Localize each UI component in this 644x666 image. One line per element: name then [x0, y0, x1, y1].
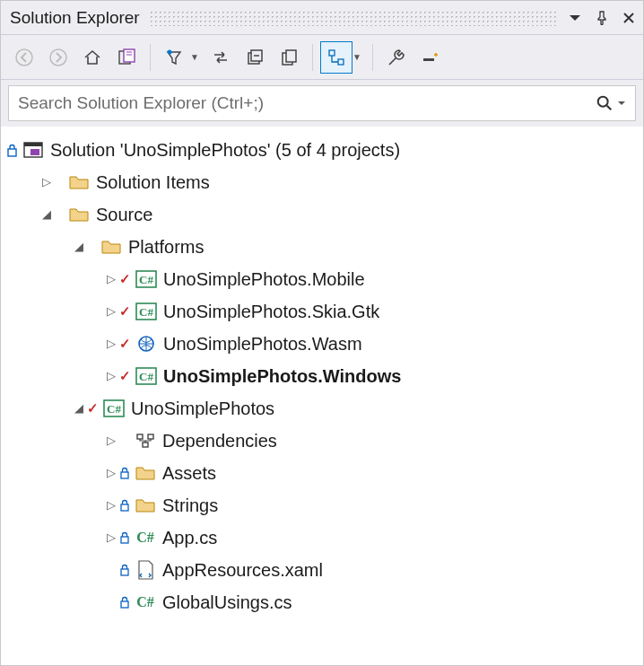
- search-input[interactable]: [18, 93, 596, 113]
- show-all-files-button[interactable]: [273, 41, 305, 74]
- toolbar: ▼ ▼: [1, 35, 643, 80]
- tree-node-assets[interactable]: ▷ Assets: [6, 457, 640, 489]
- csharp-project-icon: C#: [102, 399, 126, 418]
- toolbar-separator: [150, 44, 151, 71]
- tree-node-platforms[interactable]: ◢ Platforms: [6, 231, 640, 263]
- checkmark-icon: ✓: [87, 395, 99, 422]
- solution-label: Solution 'UnoSimplePhotos' (5 of 4 proje…: [50, 132, 400, 168]
- preview-button[interactable]: [414, 41, 447, 74]
- expander-collapsed-icon[interactable]: ▷: [103, 364, 119, 388]
- svg-point-4: [168, 49, 172, 54]
- tree-node-mobile[interactable]: ▷ ✓ C# UnoSimplePhotos.Mobile: [6, 263, 640, 295]
- home-button[interactable]: [76, 41, 109, 74]
- expander-expanded-icon[interactable]: ◢: [71, 235, 87, 259]
- tree-node-windows[interactable]: ▷ ✓ C# UnoSimplePhotos.Windows: [6, 360, 640, 392]
- svg-rect-31: [121, 537, 128, 543]
- tree-node-source[interactable]: ◢ Source: [6, 198, 640, 231]
- expander-expanded-icon[interactable]: ◢: [39, 203, 55, 226]
- filter-dropdown[interactable]: ▼: [190, 52, 199, 62]
- node-label: Solution Items: [96, 164, 210, 200]
- collapse-all-button[interactable]: [239, 41, 271, 74]
- tree-node-skia[interactable]: ▷ ✓ C# UnoSimplePhotos.Skia.Gtk: [6, 295, 640, 328]
- svg-rect-32: [121, 569, 128, 575]
- tree-node-appresources[interactable]: AppResources.xaml: [6, 554, 640, 586]
- svg-point-1: [50, 49, 66, 66]
- checkmark-icon: ✓: [119, 266, 131, 293]
- node-label: UnoSimplePhotos.Mobile: [163, 261, 365, 297]
- svg-text:C#: C#: [107, 402, 121, 416]
- solution-icon: [22, 140, 45, 160]
- dependencies-icon: [134, 431, 157, 451]
- web-project-icon: [135, 334, 158, 354]
- folder-icon: [134, 495, 157, 515]
- lock-icon: [119, 564, 130, 576]
- tree-node-appcs[interactable]: ▷ C# App.cs: [6, 521, 640, 554]
- tree-node-strings[interactable]: ▷ Strings: [6, 489, 640, 521]
- filter-button[interactable]: [158, 41, 190, 74]
- search-box[interactable]: [8, 85, 636, 121]
- window-buttons: [566, 9, 638, 27]
- node-label: Platforms: [128, 229, 204, 265]
- track-dropdown[interactable]: ▼: [352, 52, 361, 62]
- lock-icon: [119, 467, 130, 479]
- svg-rect-13: [8, 149, 16, 156]
- csharp-project-icon: C#: [135, 269, 158, 289]
- track-active-button[interactable]: [320, 41, 352, 74]
- xaml-file-icon: [134, 560, 157, 580]
- csharp-project-icon: C#: [135, 366, 158, 386]
- csharp-file-icon: C#: [134, 528, 157, 548]
- search-icon[interactable]: [596, 94, 626, 112]
- node-label: Dependencies: [162, 423, 277, 459]
- checkmark-icon: ✓: [119, 363, 131, 390]
- expander-collapsed-icon[interactable]: ▷: [103, 526, 119, 549]
- expander-collapsed-icon[interactable]: ▷: [103, 332, 119, 355]
- pin-icon[interactable]: [593, 9, 611, 27]
- node-label: GlobalUsings.cs: [162, 584, 292, 620]
- expander-expanded-icon[interactable]: ◢: [71, 397, 87, 420]
- solution-node[interactable]: Solution 'UnoSimplePhotos' (5 of 4 proje…: [6, 134, 640, 166]
- tree-node-mainproject[interactable]: ◢ ✓ C# UnoSimplePhotos: [6, 392, 640, 425]
- titlebar-grip[interactable]: [149, 10, 557, 26]
- nav-forward-button[interactable]: [42, 41, 74, 74]
- checkmark-icon: ✓: [119, 298, 131, 325]
- sync-button[interactable]: [205, 41, 237, 74]
- node-label: AppResources.xaml: [162, 552, 323, 588]
- svg-rect-30: [121, 504, 128, 511]
- solution-tree[interactable]: Solution 'UnoSimplePhotos' (5 of 4 proje…: [1, 127, 643, 626]
- tree-node-dependencies[interactable]: ▷ Dependencies: [6, 425, 640, 457]
- svg-rect-26: [137, 434, 143, 439]
- expander-collapsed-icon[interactable]: ▷: [103, 267, 119, 291]
- switch-views-button[interactable]: [110, 41, 143, 74]
- node-label: UnoSimplePhotos.Windows: [163, 358, 401, 394]
- close-icon[interactable]: [620, 9, 638, 27]
- tree-node-wasm[interactable]: ▷ ✓ UnoSimplePhotos.Wasm: [6, 328, 640, 360]
- svg-text:C#: C#: [139, 273, 153, 286]
- node-label: Source: [96, 197, 152, 232]
- expander-collapsed-icon[interactable]: ▷: [103, 461, 119, 485]
- expander-collapsed-icon[interactable]: ▷: [103, 300, 119, 323]
- tree-node-globalusings[interactable]: C# GlobalUsings.cs: [6, 586, 640, 618]
- svg-rect-3: [124, 49, 135, 62]
- properties-button[interactable]: [380, 41, 413, 74]
- lock-icon: [119, 499, 130, 512]
- csharp-file-icon: C#: [134, 592, 157, 612]
- svg-rect-16: [30, 149, 39, 155]
- svg-rect-15: [24, 143, 42, 146]
- node-label: Strings: [162, 487, 218, 523]
- nav-back-button[interactable]: [8, 41, 40, 74]
- panel-title: Solution Explorer: [10, 8, 140, 28]
- folder-icon: [67, 172, 91, 192]
- svg-rect-10: [338, 59, 344, 65]
- svg-rect-33: [121, 601, 128, 608]
- lock-icon: [119, 531, 130, 544]
- node-label: App.cs: [162, 520, 217, 556]
- svg-rect-11: [423, 58, 434, 61]
- svg-rect-8: [286, 50, 296, 62]
- expander-collapsed-icon[interactable]: ▷: [103, 429, 119, 452]
- expander-collapsed-icon[interactable]: ▷: [103, 494, 119, 517]
- expander-collapsed-icon[interactable]: ▷: [39, 171, 55, 194]
- node-label: Assets: [162, 455, 216, 491]
- svg-point-0: [16, 49, 32, 66]
- window-menu-button[interactable]: [566, 9, 584, 27]
- tree-node-solution-items[interactable]: ▷ Solution Items: [6, 166, 640, 198]
